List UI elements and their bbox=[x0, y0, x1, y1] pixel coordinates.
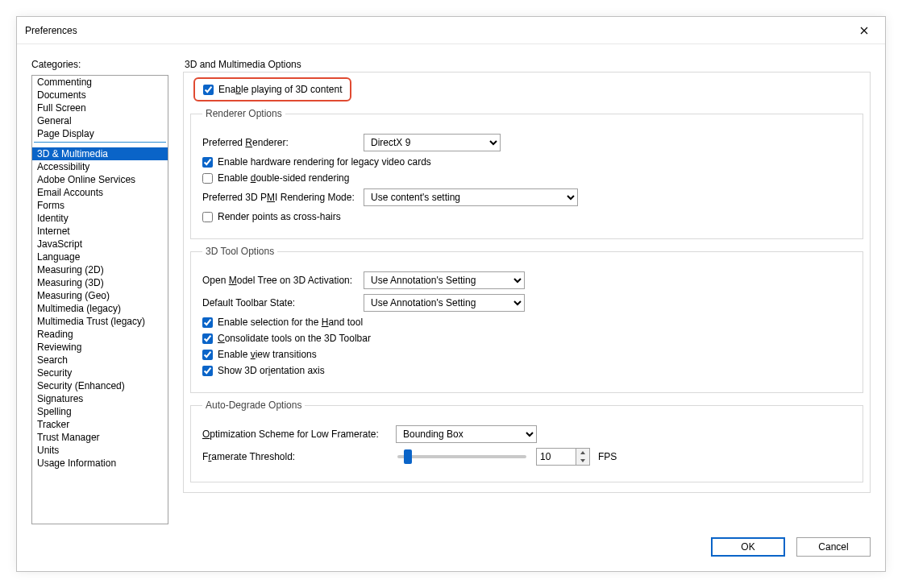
optimization-scheme-label: Optimization Scheme for Low Framerate: bbox=[202, 429, 388, 440]
category-item[interactable]: Documents bbox=[32, 89, 168, 101]
category-item[interactable]: Usage Information bbox=[32, 457, 168, 470]
preferred-renderer-select[interactable]: DirectX 9 bbox=[364, 134, 501, 151]
category-item[interactable]: Signatures bbox=[32, 392, 168, 405]
category-item[interactable]: Tracker bbox=[32, 418, 168, 431]
framerate-down-button[interactable] bbox=[576, 457, 589, 465]
hand-tool-selection-label: Enable selection for the Hand tool bbox=[218, 317, 363, 328]
framerate-unit-label: FPS bbox=[598, 451, 617, 462]
double-sided-label: Enable double-sided rendering bbox=[218, 172, 349, 184]
model-tree-select[interactable]: Use Annotation's Setting bbox=[364, 271, 525, 289]
category-item[interactable]: Units bbox=[32, 444, 168, 457]
optimization-scheme-select[interactable]: Bounding Box bbox=[396, 425, 537, 443]
auto-degrade-legend: Auto-Degrade Options bbox=[202, 400, 305, 411]
chevron-up-icon bbox=[580, 451, 585, 454]
cancel-button[interactable]: Cancel bbox=[796, 537, 871, 557]
crosshairs-checkbox[interactable] bbox=[202, 212, 213, 222]
category-item[interactable]: Measuring (3D) bbox=[32, 276, 168, 289]
enable-3d-label: Enable playing of 3D content bbox=[218, 84, 342, 95]
category-item[interactable]: Spelling bbox=[32, 405, 168, 418]
hardware-rendering-label: Enable hardware rendering for legacy vid… bbox=[218, 156, 431, 168]
preferred-renderer-label: Preferred Renderer: bbox=[202, 137, 355, 148]
close-icon bbox=[860, 27, 868, 35]
view-transitions-checkbox[interactable] bbox=[202, 350, 213, 360]
category-item[interactable]: Reading bbox=[32, 328, 168, 341]
options-panel: 3D and Multimedia Options Enable playing… bbox=[183, 59, 871, 524]
category-item[interactable]: Measuring (Geo) bbox=[32, 289, 168, 302]
framerate-threshold-spinner bbox=[536, 448, 590, 466]
orientation-axis-label: Show 3D orientation axis bbox=[218, 365, 325, 376]
category-item[interactable]: Multimedia Trust (legacy) bbox=[32, 315, 168, 328]
window-title: Preferences bbox=[25, 17, 77, 44]
consolidate-tools-checkbox[interactable] bbox=[202, 333, 213, 344]
category-separator bbox=[34, 142, 166, 143]
framerate-threshold-input[interactable] bbox=[537, 449, 576, 465]
category-item[interactable]: General bbox=[32, 114, 168, 127]
orientation-axis-checkbox[interactable] bbox=[202, 366, 213, 376]
toolbar-state-select[interactable]: Use Annotation's Setting bbox=[364, 294, 525, 312]
panel-title: 3D and Multimedia Options bbox=[185, 59, 871, 70]
crosshairs-label: Render points as cross-hairs bbox=[218, 211, 341, 222]
categories-listbox[interactable]: CommentingDocumentsFull ScreenGeneralPag… bbox=[31, 75, 168, 524]
category-item[interactable]: Page Display bbox=[32, 127, 168, 140]
category-item[interactable]: Identity bbox=[32, 212, 168, 225]
category-item[interactable]: Security (Enhanced) bbox=[32, 379, 168, 392]
category-item[interactable]: Search bbox=[32, 354, 168, 366]
view-transitions-label: Enable view transitions bbox=[218, 349, 317, 360]
category-item[interactable]: Full Screen bbox=[32, 101, 168, 114]
pmi-mode-label: Preferred 3D PMI Rendering Mode: bbox=[202, 192, 355, 203]
enable-3d-highlight: Enable playing of 3D content bbox=[193, 77, 351, 101]
consolidate-tools-label: Consolidate tools on the 3D Toolbar bbox=[218, 333, 371, 344]
renderer-options-group: Renderer Options Preferred Renderer: Dir… bbox=[190, 108, 863, 239]
titlebar: Preferences bbox=[17, 17, 885, 44]
renderer-options-legend: Renderer Options bbox=[202, 108, 285, 119]
category-item[interactable]: Commenting bbox=[32, 76, 168, 89]
tool-options-group: 3D Tool Options Open Model Tree on 3D Ac… bbox=[190, 246, 863, 393]
category-item[interactable]: Email Accounts bbox=[32, 186, 168, 199]
panel-box: Enable playing of 3D content Renderer Op… bbox=[183, 72, 871, 493]
categories-label: Categories: bbox=[31, 59, 168, 70]
category-item[interactable]: Security bbox=[32, 366, 168, 379]
chevron-down-icon bbox=[580, 459, 585, 462]
preferences-dialog: Preferences Categories: CommentingDocume… bbox=[16, 16, 886, 572]
tool-options-legend: 3D Tool Options bbox=[202, 246, 277, 257]
dialog-footer: OK Cancel bbox=[711, 537, 871, 557]
auto-degrade-group: Auto-Degrade Options Optimization Scheme… bbox=[190, 400, 863, 482]
category-item[interactable]: Forms bbox=[32, 199, 168, 212]
category-item[interactable]: Reviewing bbox=[32, 341, 168, 354]
close-button[interactable] bbox=[851, 21, 877, 40]
double-sided-checkbox[interactable] bbox=[202, 173, 213, 184]
framerate-threshold-slider[interactable] bbox=[397, 455, 526, 458]
hardware-rendering-checkbox[interactable] bbox=[202, 157, 213, 168]
model-tree-label: Open Model Tree on 3D Activation: bbox=[202, 275, 355, 286]
category-item[interactable]: Trust Manager bbox=[32, 431, 168, 444]
category-item[interactable]: 3D & Multimedia bbox=[32, 147, 168, 160]
category-item[interactable]: Language bbox=[32, 251, 168, 263]
category-item[interactable]: Adobe Online Services bbox=[32, 173, 168, 186]
category-item[interactable]: JavaScript bbox=[32, 238, 168, 251]
category-item[interactable]: Accessibility bbox=[32, 160, 168, 173]
framerate-up-button[interactable] bbox=[576, 449, 589, 457]
categories-column: Categories: CommentingDocumentsFull Scre… bbox=[31, 59, 168, 524]
category-item[interactable]: Internet bbox=[32, 225, 168, 238]
category-item[interactable]: Measuring (2D) bbox=[32, 263, 168, 276]
enable-3d-checkbox[interactable] bbox=[203, 85, 214, 95]
hand-tool-selection-checkbox[interactable] bbox=[202, 317, 213, 328]
framerate-threshold-label: Framerate Threshold: bbox=[202, 451, 388, 462]
toolbar-state-label: Default Toolbar State: bbox=[202, 297, 355, 308]
pmi-mode-select[interactable]: Use content's setting bbox=[364, 188, 578, 206]
category-item[interactable]: Multimedia (legacy) bbox=[32, 302, 168, 315]
ok-button[interactable]: OK bbox=[711, 537, 785, 557]
